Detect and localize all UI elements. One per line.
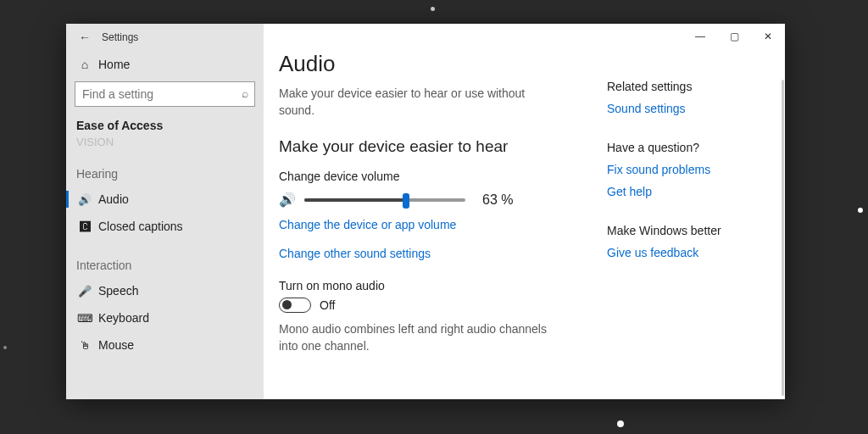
sidebar-item-mouse[interactable]: 🖱 Mouse: [66, 331, 264, 359]
mono-audio-desc: Mono audio combines left and right audio…: [279, 321, 559, 354]
link-other-sound[interactable]: Change other sound settings: [279, 247, 592, 260]
speaker-icon: 🔊: [76, 193, 93, 206]
group-hearing: Hearing: [66, 148, 264, 186]
sidebar-cutoff-item: Vision: [66, 134, 264, 148]
nav-home[interactable]: ⌂ Home: [66, 51, 264, 78]
titlebar: ← Settings: [66, 24, 264, 51]
mouse-icon: 🖱: [76, 339, 93, 352]
sidebar-item-label: Speech: [98, 284, 138, 298]
volume-label: Change device volume: [279, 170, 592, 183]
nav-home-label: Home: [98, 58, 130, 71]
link-get-help[interactable]: Get help: [607, 185, 775, 198]
mono-audio-state: Off: [320, 298, 335, 312]
volume-value: 63 %: [482, 192, 513, 208]
sidebar-item-closed-captions[interactable]: 🅲 Closed captions: [66, 213, 264, 240]
window-title: Settings: [102, 31, 138, 43]
sidebar-item-keyboard[interactable]: ⌨ Keyboard: [66, 304, 264, 331]
settings-window: ← Settings ⌂ Home ⌕ Ease of Access Visio…: [66, 24, 785, 399]
scrollbar[interactable]: [782, 80, 784, 396]
link-sound-settings[interactable]: Sound settings: [607, 102, 775, 115]
sidebar: ← Settings ⌂ Home ⌕ Ease of Access Visio…: [66, 24, 264, 399]
sidebar-item-label: Closed captions: [98, 220, 183, 233]
link-feedback[interactable]: Give us feedback: [607, 246, 775, 259]
volume-icon: 🔊: [279, 192, 296, 208]
search-icon: ⌕: [242, 86, 248, 100]
sidebar-item-label: Keyboard: [98, 311, 149, 325]
search-input[interactable]: [75, 81, 255, 107]
content-area: — ▢ ✕ Audio Make your device easier to h…: [264, 24, 785, 399]
volume-row: 🔊 63 %: [279, 192, 592, 208]
volume-slider[interactable]: [304, 198, 465, 202]
page-title: Audio: [279, 51, 592, 77]
keyboard-icon: ⌨: [76, 312, 93, 325]
page-description: Make your device easier to hear or use w…: [279, 86, 542, 119]
sidebar-item-speech[interactable]: 🎤 Speech: [66, 277, 264, 304]
toggle-knob: [282, 300, 292, 309]
sidebar-item-label: Mouse: [98, 338, 134, 352]
section-heading: Ease of Access: [66, 112, 264, 136]
link-fix-sound[interactable]: Fix sound problems: [607, 163, 775, 176]
mono-audio-toggle[interactable]: [279, 298, 311, 313]
aside-panel: Related settings Sound settings Have a q…: [607, 24, 785, 399]
home-icon: ⌂: [76, 58, 93, 71]
back-button[interactable]: ←: [73, 25, 97, 49]
make-windows-better-title: Make Windows better: [607, 224, 775, 237]
main-panel: Audio Make your device easier to hear or…: [264, 24, 607, 399]
back-icon: ←: [79, 31, 91, 44]
link-app-volume[interactable]: Change the device or app volume: [279, 218, 592, 231]
sidebar-item-audio[interactable]: 🔊 Audio: [66, 186, 264, 213]
group-interaction: Interaction: [66, 240, 264, 277]
sidebar-item-label: Audio: [98, 192, 129, 206]
mono-audio-title: Turn on mono audio: [279, 279, 592, 292]
have-question-title: Have a question?: [607, 141, 775, 154]
related-settings-title: Related settings: [607, 80, 775, 93]
captions-icon: 🅲: [76, 220, 93, 233]
mic-icon: 🎤: [76, 285, 93, 298]
section-easier-to-hear: Make your device easier to hear: [279, 137, 592, 156]
